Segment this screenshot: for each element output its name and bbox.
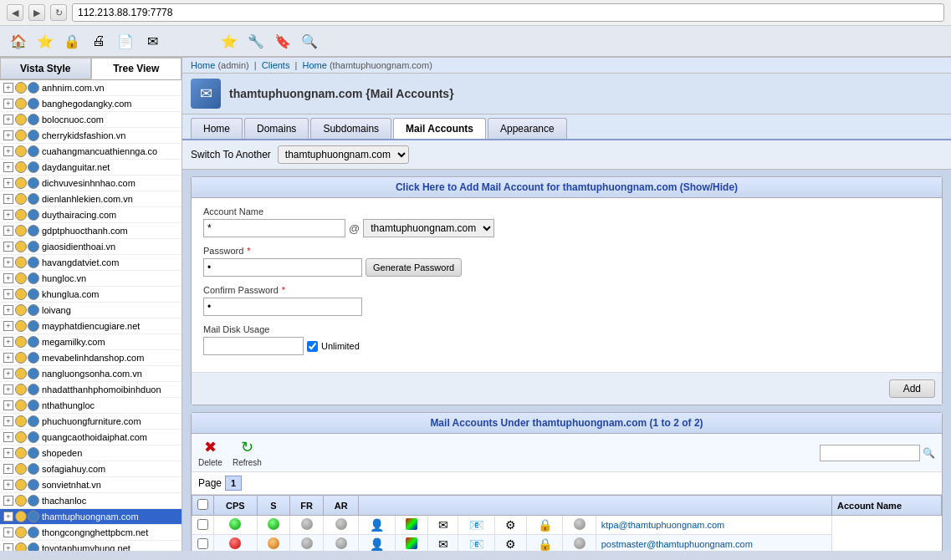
toolbar-icon-8[interactable]: 🔧 [244,29,268,53]
sidebar-item[interactable]: + havangdatviet.com [0,255,182,271]
expander-icon[interactable]: + [3,83,13,93]
sidebar-item[interactable]: + thachanloc [0,493,182,509]
search-icon[interactable]: 🔍 [923,447,935,459]
password-input[interactable] [203,258,362,277]
sidebar-item[interactable]: + anhnim.com.vn [0,80,182,96]
sidebar-item[interactable]: + nthathungloc [0,398,182,414]
add-mail-toggle[interactable]: Click Here to Add Mail Account for thamt… [192,177,942,198]
sidebar-item[interactable]: + quangcaothoidaiphat.com [0,430,182,445]
sidebar-item[interactable]: + thongcongnghettpbcm.net [0,525,182,541]
toolbar-icon-9[interactable]: 🔖 [271,29,294,53]
expander-icon[interactable]: + [3,464,13,474]
expander-icon[interactable]: + [3,305,13,315]
sidebar-item[interactable]: + cherrykidsfashion.vn [0,128,182,144]
sidebar-item[interactable]: + phuchuongfurniture.com [0,414,182,430]
expander-icon[interactable]: + [3,162,13,172]
account-name-input[interactable] [203,219,345,237]
sidebar-item[interactable]: + megamilky.com [0,334,182,350]
switch-select[interactable]: thamtuphuongnam.com [278,145,409,164]
expander-icon[interactable]: + [3,400,13,410]
sidebar-item[interactable]: + dienlanhlekien.com.vn [0,191,182,207]
search-input[interactable] [820,445,920,461]
reload-button[interactable]: ↻ [50,4,67,21]
generate-password-button[interactable]: Generate Password [366,258,462,277]
refresh-action[interactable]: ↻ Refresh [233,438,262,467]
sidebar-item[interactable]: + dichvuvesinhnhao.com [0,176,182,191]
toolbar-icon-5[interactable]: 📄 [114,29,137,53]
expander-icon[interactable]: + [3,273,13,283]
expander-icon[interactable]: + [3,432,13,442]
sidebar-item[interactable]: + sonvietnhat.vn [0,477,182,493]
sidebar-item[interactable]: + duythairacing.com [0,207,182,223]
expander-icon[interactable]: + [3,496,13,506]
toolbar-icon-7[interactable]: ⭐ [217,29,241,53]
expander-icon[interactable]: + [3,130,13,140]
toolbar-icon-1[interactable]: 🏠 [7,29,30,53]
breadcrumb-home[interactable]: Home [191,60,215,70]
expander-icon[interactable]: + [3,99,13,109]
row-checkbox[interactable] [197,519,208,530]
sidebar-item[interactable]: + mevabelinhdanshop.com [0,350,182,366]
tree-view-tab[interactable]: Tree View [91,58,182,79]
expander-icon[interactable]: + [3,512,13,522]
account-email-link[interactable]: postmaster@thamtuphuongnam.com [601,539,753,549]
tab-appearance[interactable]: Appearance [488,118,567,139]
breadcrumb-clients[interactable]: Clients [262,60,290,70]
sidebar-item[interactable]: + toyotaphumyhung.net [0,541,182,551]
add-button[interactable]: Add [889,379,935,398]
expander-icon[interactable]: + [3,257,13,267]
toolbar-icon-2[interactable]: ⭐ [33,29,57,53]
expander-icon[interactable]: + [3,353,13,363]
sidebar-item[interactable]: + sofagiahuy.com [0,461,182,477]
sidebar-item[interactable]: + shopeden [0,445,182,461]
expander-icon[interactable]: + [3,480,13,490]
expander-icon[interactable]: + [3,226,13,236]
vista-style-tab[interactable]: Vista Style [0,58,91,79]
expander-icon[interactable]: + [3,384,13,395]
toolbar-icon-4[interactable]: 🖨 [87,29,110,53]
toolbar-icon-10[interactable]: 🔍 [298,29,321,53]
expander-icon[interactable]: + [3,448,13,458]
tab-home[interactable]: Home [191,118,243,139]
sidebar-item[interactable]: + loivang [0,303,182,318]
sidebar-item[interactable]: + hungloc.vn [0,271,182,287]
confirm-password-input[interactable] [203,298,362,316]
sidebar-item[interactable]: + cuahangmancuathiennga.co [0,144,182,160]
sidebar-item[interactable]: + bolocnuoc.com [0,112,182,128]
tab-domains[interactable]: Domains [244,118,309,139]
expander-icon[interactable]: + [3,242,13,252]
expander-icon[interactable]: + [3,543,13,551]
expander-icon[interactable]: + [3,321,13,331]
address-bar[interactable] [72,3,944,22]
unlimited-checkbox[interactable] [307,341,318,352]
sidebar-item[interactable]: + nangluongsonha.com.vn [0,366,182,382]
expander-icon[interactable]: + [3,416,13,426]
forward-button[interactable]: ▶ [28,4,45,21]
sidebar-item[interactable]: + mayphatdiencugiare.net [0,318,182,334]
back-button[interactable]: ◀ [7,4,23,21]
sidebar-item[interactable]: + gdptphuocthanh.com [0,223,182,239]
breadcrumb-home2[interactable]: Home [303,60,327,70]
sidebar-item[interactable]: + daydanguitar.net [0,160,182,176]
expander-icon[interactable]: + [3,178,13,188]
select-all-checkbox[interactable] [197,499,208,510]
expander-icon[interactable]: + [3,527,13,537]
delete-action[interactable]: ✖ Delete [198,438,222,467]
expander-icon[interactable]: + [3,369,13,379]
expander-icon[interactable]: + [3,210,13,220]
sidebar-item[interactable]: + banghegodangky.com [0,96,182,112]
sidebar-item[interactable]: + nhadatthanhphomoibinhduon [0,382,182,398]
tab-mail-accounts[interactable]: Mail Accounts [393,118,486,139]
toolbar-icon-3[interactable]: 🔒 [60,29,84,53]
toolbar-icon-6[interactable]: ✉ [141,29,164,53]
page-number[interactable]: 1 [225,476,242,491]
disk-usage-input[interactable] [203,337,304,355]
sidebar-item[interactable]: + thamtuphuongnam.com [0,509,182,525]
expander-icon[interactable]: + [3,115,13,125]
sidebar-item[interactable]: + giaosidienthoai.vn [0,239,182,255]
domain-dropdown[interactable]: thamtuphuongnam.com [363,219,494,237]
expander-icon[interactable]: + [3,289,13,299]
expander-icon[interactable]: + [3,337,13,347]
expander-icon[interactable]: + [3,146,13,156]
account-email-link[interactable]: ktpa@thamtuphuongnam.com [601,520,725,530]
